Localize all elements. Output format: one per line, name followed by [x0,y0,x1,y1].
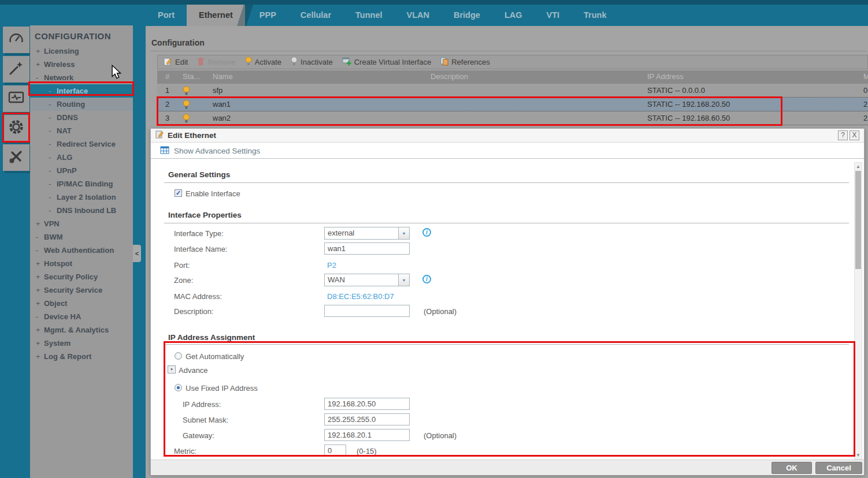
table-row-wan1[interactable]: 2 wan1 STATIC -- 192.168.20.50 2 [157,98,868,111]
trash-icon [197,57,205,68]
subnet-mask-input[interactable] [324,413,410,425]
sidebar-item-log-report[interactable]: +Log & Report [30,350,133,363]
tab-tunnel[interactable]: Tunnel [343,5,394,26]
sidebar-item-alg[interactable]: -ALG [30,151,133,164]
wizard-nav-button[interactable] [3,56,29,83]
ip-address-input[interactable] [324,398,410,410]
help-button[interactable]: ? [838,130,848,140]
sidebar-item-nat[interactable]: -NAT [30,124,133,137]
sidebar-item-dns-inbound-lb[interactable]: -DNS Inbound LB [30,204,133,217]
metric-label: Metric: [174,447,196,455]
mouse-cursor [111,65,121,80]
sidebar-item-interface[interactable]: -Interface [30,84,133,98]
tools-icon [8,148,24,167]
zone-select[interactable]: WAN ▼ [324,274,410,286]
section-title: Configuration [151,38,205,47]
tab-vti[interactable]: VTI [535,5,572,26]
sidebar-item-upnp[interactable]: -UPnP [30,164,133,177]
scrollbar-thumb[interactable] [855,171,861,269]
create-virtual-interface-button[interactable]: Create Virtual Interface [342,57,431,68]
mac-address-value: D8:EC:E5:62:B0:D7 [327,292,394,301]
interface-properties-title: Interface Properties [168,211,242,219]
dashboard-nav-button[interactable] [3,27,29,53]
sidebar-item-bwm[interactable]: -BWM [30,230,133,244]
interface-name-label: Interface Name: [174,245,228,253]
edit-pencil-icon [164,57,172,68]
sidebar-item-security-service[interactable]: +Security Service [30,283,133,297]
tab-vlan[interactable]: VLAN [394,5,441,26]
tab-trunk[interactable]: Trunk [572,5,618,26]
subnet-mask-label: Subnet Mask: [183,416,229,424]
magic-wand-icon [8,60,24,79]
sidebar-item-layer2-isolation[interactable]: -Layer 2 Isolation [30,191,133,204]
edit-button[interactable]: Edit [164,57,188,68]
edit-pencil-icon [155,130,164,141]
maintenance-nav-button[interactable] [3,144,29,171]
description-label: Description: [174,307,214,316]
dialog-titlebar: Edit Ethernet ? X [151,129,864,143]
use-fixed-ip-radio[interactable] [175,384,182,391]
inactivate-button[interactable]: Inactivate [291,57,333,68]
sidebar-collapse-handle[interactable]: < [133,245,141,262]
sidebar-item-device-ha[interactable]: -Device HA [30,310,133,323]
get-automatically-radio[interactable] [175,352,182,360]
scroll-up-icon[interactable]: ▲ [855,164,862,169]
interface-name-input[interactable] [324,242,410,255]
section-divider [164,223,849,223]
table-toolbar: Edit Remove Activate Inactivate Create V… [157,55,868,69]
enable-interface-checkbox[interactable]: ✓ [175,189,182,197]
info-icon[interactable]: i [422,275,431,283]
advance-label: Advance [179,366,208,375]
monitor-nav-button[interactable] [3,85,29,112]
configuration-nav-button[interactable] [3,115,29,141]
optional-hint: (Optional) [424,431,457,440]
activate-button[interactable]: Activate [245,57,281,68]
chevron-down-icon[interactable]: ▼ [398,274,409,286]
metric-input[interactable] [324,445,346,457]
dialog-scrollbar[interactable]: ▲ ▼ [854,162,862,460]
references-button[interactable]: References [440,57,489,68]
show-advanced-settings-toggle[interactable]: Show Advanced Settings [151,143,864,159]
sidebar-item-system[interactable]: +System [30,337,133,350]
table-row-wan2[interactable]: 3 wan2 STATIC -- 192.168.60.50 2 [157,111,868,125]
info-icon[interactable]: i [422,228,431,237]
sidebar-item-licensing[interactable]: +Licensing [30,44,133,58]
ip-address-assignment-title: IP Address Assignment [168,333,255,342]
section-divider [164,182,849,183]
sidebar-item-redirect-service[interactable]: -Redirect Service [30,137,133,151]
sidebar-item-routing[interactable]: -Routing [30,98,133,111]
ok-button[interactable]: OK [771,462,812,474]
interface-type-select[interactable]: external ▼ [324,227,410,240]
get-automatically-label: Get Automatically [186,352,244,361]
sidebar-item-web-authentication[interactable]: -Web Authentication [30,244,133,257]
ip-address-label: IP Address: [183,400,221,409]
chevron-down-icon[interactable]: ▼ [398,227,409,239]
advance-toggle-button[interactable]: ▼ [168,365,176,374]
section-divider [164,344,849,345]
cancel-button[interactable]: Cancel [815,462,862,474]
tab-cellular[interactable]: Cellular [288,5,343,26]
sidebar-item-security-policy[interactable]: +Security Policy [30,270,133,283]
tab-bridge[interactable]: Bridge [442,5,492,26]
sidebar-item-mgmt-analytics[interactable]: +Mgmt. & Analytics [30,323,133,337]
remove-button[interactable]: Remove [197,57,235,68]
status-bulb-icon [183,100,190,111]
tab-lag[interactable]: LAG [492,5,535,26]
menu-title: CONFIGURATION [35,31,111,41]
top-dark-strip [0,0,868,5]
tab-ppp[interactable]: PPP [247,5,288,26]
tab-ethernet[interactable]: Ethernet [187,5,245,26]
sidebar-item-ip-mac-binding[interactable]: -IP/MAC Binding [30,177,133,191]
close-icon[interactable]: X [850,130,859,140]
scroll-down-icon[interactable]: ▼ [855,453,862,458]
gateway-input[interactable] [324,429,410,441]
sidebar-item-object[interactable]: +Object [30,297,133,310]
description-input[interactable] [324,305,410,317]
sidebar-item-hotspot[interactable]: +Hotspot [30,257,133,270]
activity-monitor-icon [8,90,25,107]
sidebar-item-ddns[interactable]: -DDNS [30,111,133,124]
table-row-sfp[interactable]: 1 sfp STATIC -- 0.0.0.0 0 [157,84,868,98]
edit-ethernet-dialog: Edit Ethernet ? X Show Advanced Settings… [150,128,865,475]
sidebar-item-vpn[interactable]: +VPN [30,217,133,230]
tab-port[interactable]: Port [146,5,187,26]
